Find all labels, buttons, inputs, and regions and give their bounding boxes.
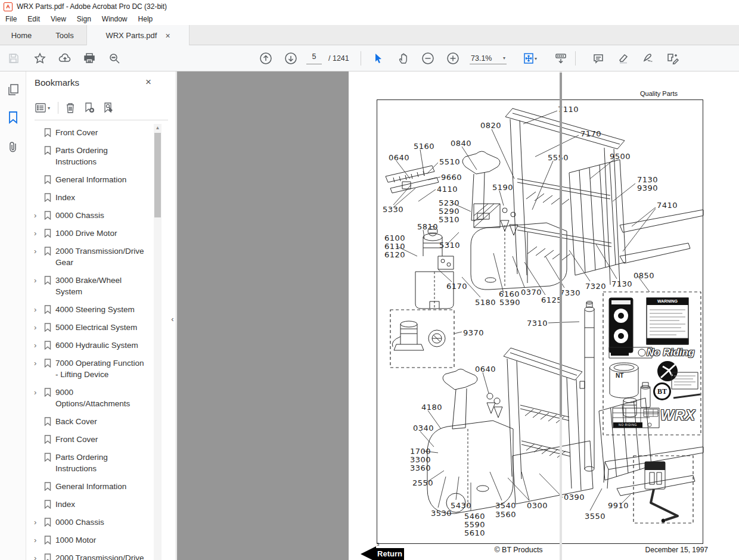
tab-document[interactable]: WRX Parts.pdf ×: [86, 25, 190, 46]
close-panel-icon[interactable]: ×: [145, 76, 151, 88]
tab-home[interactable]: Home: [0, 25, 43, 45]
part-callout: 3530: [431, 509, 452, 518]
bookmark-item[interactable]: General Information: [27, 171, 153, 189]
part-callout: 3360: [410, 463, 431, 472]
zoom-level-select[interactable]: 73.1% ▾: [470, 52, 507, 64]
attachments-icon[interactable]: [6, 140, 20, 154]
hand-tool-button[interactable]: [396, 51, 411, 66]
bookmarks-panel: Bookmarks × ▾ Front CoverParts Ordering …: [27, 71, 176, 560]
bookmark-item[interactable]: Index: [27, 496, 153, 514]
expand-chevron-icon[interactable]: ›: [34, 517, 44, 528]
bookmark-item[interactable]: ›2000 Transmission/Drive Gear: [27, 549, 153, 560]
part-callout: 6110: [384, 242, 405, 251]
expand-chevron-icon[interactable]: ›: [34, 534, 44, 546]
scroll-up-icon[interactable]: ▲: [154, 124, 162, 132]
tab-bar: Home Tools WRX Parts.pdf ×: [0, 25, 739, 45]
document-scrollbar-thumb[interactable]: [560, 73, 562, 417]
bookmark-label: Back Cover: [55, 416, 97, 427]
part-callout: 0340: [413, 424, 434, 433]
tab-tools[interactable]: Tools: [43, 25, 86, 45]
comment-button[interactable]: [591, 51, 606, 66]
bookmark-item[interactable]: ›2000 Transmission/Drive Gear: [27, 242, 153, 272]
save-button[interactable]: [6, 51, 21, 66]
expand-chevron-icon[interactable]: ›: [34, 275, 44, 286]
menu-window[interactable]: Window: [97, 15, 133, 23]
bookmark-item[interactable]: Back Cover: [27, 413, 153, 431]
zoom-in-button[interactable]: [445, 51, 461, 66]
bookmark-item[interactable]: General Information: [27, 478, 153, 496]
menu-edit[interactable]: Edit: [22, 15, 45, 23]
part-callout: 0640: [475, 365, 496, 374]
bookmarks-panel-icon[interactable]: [6, 110, 20, 125]
part-callout: 5230: [439, 198, 459, 207]
bookmark-label: 2000 Transmission/Drive Gear: [55, 552, 148, 560]
bookmark-item[interactable]: ›1000 Drive Motor: [27, 225, 153, 242]
menu-help[interactable]: Help: [133, 15, 159, 23]
page-count-label: / 1241: [328, 54, 349, 63]
bookmark-label: 0000 Chassis: [55, 517, 104, 528]
new-bookmark-icon[interactable]: [83, 102, 96, 114]
expand-chevron-icon[interactable]: ›: [34, 387, 44, 398]
panel-scrollbar-thumb[interactable]: [154, 133, 161, 217]
fill-sign-button[interactable]: [641, 51, 656, 66]
nameplate-strip: NO RIDING: [613, 422, 642, 428]
menu-view[interactable]: View: [45, 15, 72, 23]
expand-chevron-icon[interactable]: ›: [34, 304, 44, 315]
panel-collapse-button[interactable]: ‹: [169, 309, 176, 329]
delete-bookmark-icon[interactable]: [64, 102, 77, 114]
page-thumbnails-icon[interactable]: [6, 83, 20, 97]
expand-chevron-icon[interactable]: ›: [34, 357, 44, 369]
bookmark-item[interactable]: Front Cover: [27, 431, 153, 449]
part-callout: 0370: [521, 288, 542, 297]
next-page-button[interactable]: [283, 51, 299, 66]
part-callout: 9660: [441, 173, 462, 182]
search-icon[interactable]: [107, 51, 122, 66]
print-button[interactable]: [82, 51, 97, 66]
menu-sign[interactable]: Sign: [72, 15, 97, 23]
scrolling-mode-button[interactable]: [553, 51, 569, 66]
bookmark-item[interactable]: ›6000 Hydraulic System: [27, 337, 153, 354]
star-button[interactable]: [32, 51, 48, 66]
bookmark-item[interactable]: Front Cover: [27, 124, 153, 142]
page-fit-button[interactable]: ▾: [520, 51, 540, 66]
zoom-out-button[interactable]: [420, 51, 436, 66]
warning-decal-title: WARNING: [647, 298, 688, 305]
return-link[interactable]: Return: [361, 546, 405, 560]
share-button[interactable]: [57, 51, 73, 66]
expand-chevron-icon[interactable]: ›: [34, 245, 44, 257]
bookmark-item[interactable]: ›4000 Steering System: [27, 301, 153, 319]
menu-file[interactable]: File: [0, 15, 22, 23]
bookmark-item[interactable]: ›3000 Brake/Wheel System: [27, 272, 153, 301]
expand-chevron-icon[interactable]: ›: [34, 322, 44, 333]
bookmark-label: Index: [55, 499, 75, 510]
return-arrow-icon: [361, 546, 376, 560]
panel-scrollbar[interactable]: ▲: [154, 124, 162, 560]
bookmark-label: General Information: [55, 481, 126, 492]
footer-copyright: © BT Products: [486, 546, 551, 554]
bookmark-item[interactable]: ›5000 Electrical System: [27, 319, 153, 337]
part-callout: 5180: [475, 298, 496, 307]
bookmark-options-icon[interactable]: [34, 102, 47, 114]
bookmark-item[interactable]: Parts Ordering Instructions: [27, 449, 153, 478]
bookmark-item[interactable]: Parts Ordering Instructions: [27, 142, 153, 171]
part-callout: 0820: [480, 121, 501, 130]
bookmark-item[interactable]: ›1000 Motor: [27, 531, 153, 549]
bookmark-item[interactable]: ›0000 Chassis: [27, 514, 153, 531]
page-number-input[interactable]: 5: [306, 52, 322, 64]
bookmark-item[interactable]: ›0000 Chassis: [27, 207, 153, 225]
bookmark-label: 2000 Transmission/Drive Gear: [55, 245, 148, 268]
select-tool-button[interactable]: [371, 51, 386, 66]
document-scrollbar[interactable]: [560, 71, 562, 560]
bookmark-item[interactable]: Index: [27, 189, 153, 207]
highlight-button[interactable]: [616, 51, 631, 66]
expand-current-bookmark-icon[interactable]: [102, 102, 115, 114]
previous-page-button[interactable]: [258, 51, 274, 66]
bookmark-item[interactable]: ›9000 Options/Attachments: [27, 384, 153, 413]
expand-chevron-icon[interactable]: ›: [34, 210, 44, 221]
bookmark-item[interactable]: ›7000 Operating Function - Lifting Devic…: [27, 354, 153, 384]
close-tab-icon[interactable]: ×: [165, 31, 170, 41]
edit-pdf-button[interactable]: [665, 51, 681, 66]
expand-chevron-icon[interactable]: ›: [34, 552, 44, 560]
expand-chevron-icon[interactable]: ›: [34, 228, 44, 239]
expand-chevron-icon[interactable]: ›: [34, 340, 44, 351]
